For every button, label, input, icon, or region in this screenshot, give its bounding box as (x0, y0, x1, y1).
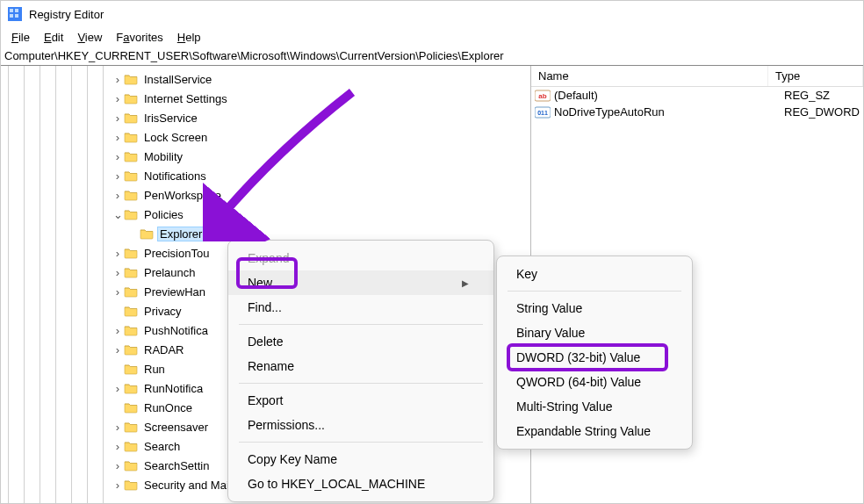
svg-rect-4 (15, 14, 18, 18)
tree-item-label: PenWorkspace (141, 188, 224, 203)
folder-icon (124, 343, 138, 356)
tree-item-label: Search (141, 439, 183, 454)
ctx-separator (239, 442, 483, 443)
tree-expander-icon[interactable]: › (112, 189, 124, 202)
submenu-dword-value[interactable]: DWORD (32-bit) Value (497, 345, 692, 370)
titlebar: Registry Editor (1, 1, 863, 27)
tree-expander-icon[interactable]: ⌄ (112, 208, 124, 221)
tree-expander-icon[interactable]: › (112, 382, 124, 395)
tree-item-label: PrecisionTou (141, 246, 212, 261)
tree-item-label: Run (141, 362, 168, 377)
tree-expander-icon[interactable]: › (112, 112, 124, 125)
ctx-rename[interactable]: Rename (228, 354, 493, 378)
tree-item-installservice[interactable]: ›InstallService (1, 69, 530, 89)
tree-expander-icon[interactable]: › (112, 73, 124, 86)
ctx-expand: Expand (228, 246, 493, 270)
tree-item-label: RunNotifica (141, 381, 205, 396)
ctx-delete[interactable]: Delete (228, 329, 493, 354)
tree-item-label: Internet Settings (141, 91, 230, 106)
list-item[interactable]: ab(Default)REG_SZ (531, 87, 863, 104)
tree-expander-icon[interactable]: › (112, 266, 124, 279)
tree-item-lock-screen[interactable]: ›Lock Screen (1, 127, 530, 147)
ctx-separator (239, 383, 483, 384)
svg-rect-2 (15, 9, 18, 12)
address-text: Computer\HKEY_CURRENT_USER\Software\Micr… (4, 49, 504, 62)
window-title: Registry Editor (29, 8, 104, 21)
submenu-separator (508, 291, 681, 292)
tree-expander-icon[interactable]: › (112, 92, 124, 105)
tree-item-label: Policies (141, 207, 186, 222)
string-value-icon: ab (535, 90, 551, 102)
ctx-copy-key-name[interactable]: Copy Key Name (228, 447, 493, 472)
menu-view[interactable]: View (70, 29, 109, 46)
folder-icon (124, 305, 138, 317)
submenu-binary-value[interactable]: Binary Value (497, 320, 692, 345)
menu-help[interactable]: Help (170, 29, 208, 46)
workarea: ›InstallService›Internet Settings›IrisSe… (1, 66, 863, 503)
tree-expander-icon[interactable]: › (112, 459, 124, 472)
tree-item-label: Notifications (141, 169, 209, 184)
submenu-expandable-string-value[interactable]: Expandable String Value (497, 419, 692, 443)
submenu-key[interactable]: Key (497, 262, 692, 286)
tree-expander-icon[interactable]: › (112, 421, 124, 434)
tree-expander-icon[interactable]: › (112, 150, 124, 163)
submenu-string-value[interactable]: String Value (497, 296, 692, 320)
tree-item-label: RunOnce (141, 400, 195, 415)
tree-item-internet-settings[interactable]: ›Internet Settings (1, 89, 530, 108)
ctx-permissions[interactable]: Permissions... (228, 413, 493, 437)
tree-item-label: SearchSettin (141, 458, 212, 473)
folder-icon (124, 92, 138, 104)
new-submenu[interactable]: Key String Value Binary Value DWORD (32-… (496, 256, 693, 450)
folder-icon (124, 440, 138, 452)
folder-icon (124, 459, 138, 472)
tree-item-label: Explorer (157, 227, 205, 241)
tree-item-label: Mobility (141, 149, 185, 164)
ctx-find[interactable]: Find... (228, 295, 493, 320)
ctx-new-label: New (248, 276, 272, 290)
folder-icon (124, 363, 138, 375)
folder-icon (124, 382, 138, 394)
tree-expander-icon[interactable]: › (112, 324, 124, 337)
list-item[interactable]: 011NoDriveTypeAutoRunREG_DWORD (531, 104, 863, 120)
value-name: NoDriveTypeAutoRun (554, 105, 784, 119)
tree-expander-icon[interactable]: › (112, 343, 124, 356)
tree-item-mobility[interactable]: ›Mobility (1, 147, 530, 166)
submenu-multi-string-value[interactable]: Multi-String Value (497, 394, 692, 419)
tree-expander-icon[interactable]: › (112, 131, 124, 144)
tree-item-notifications[interactable]: ›Notifications (1, 166, 530, 185)
svg-text:011: 011 (537, 110, 548, 116)
menu-file[interactable]: File (4, 29, 37, 46)
column-name[interactable]: Name (531, 66, 768, 86)
tree-item-policies[interactable]: ⌄Policies (1, 205, 530, 224)
value-type: REG_SZ (784, 89, 860, 102)
svg-rect-1 (10, 9, 13, 12)
tree-item-penworkspace[interactable]: ›PenWorkspace (1, 185, 530, 205)
menu-edit[interactable]: Edit (37, 29, 70, 46)
folder-icon (140, 227, 154, 240)
folder-icon (124, 150, 138, 162)
menu-favorites[interactable]: Favorites (109, 29, 169, 46)
value-name: (Default) (554, 89, 784, 102)
context-menu[interactable]: Expand New ▶ Find... Delete Rename Expor… (227, 240, 494, 502)
submenu-qword-value[interactable]: QWORD (64-bit) Value (497, 370, 692, 394)
folder-icon (124, 208, 138, 220)
ctx-new[interactable]: New ▶ (228, 270, 493, 295)
tree-item-label: Prelaunch (141, 265, 198, 280)
folder-icon (124, 73, 138, 85)
tree-expander-icon[interactable]: › (112, 285, 124, 299)
tree-expander-icon[interactable]: › (112, 247, 124, 260)
address-bar[interactable]: Computer\HKEY_CURRENT_USER\Software\Micr… (1, 47, 863, 66)
tree-item-irisservice[interactable]: ›IrisService (1, 108, 530, 127)
ctx-separator (239, 324, 483, 325)
tree-expander-icon[interactable]: › (112, 479, 124, 492)
folder-icon (124, 285, 138, 298)
ctx-goto-hklm[interactable]: Go to HKEY_LOCAL_MACHINE (228, 472, 493, 496)
folder-icon (124, 112, 138, 124)
menubar: File Edit View Favorites Help (1, 27, 863, 47)
ctx-export[interactable]: Export (228, 388, 493, 413)
tree-expander-icon[interactable]: › (112, 169, 124, 183)
tree-expander-icon[interactable]: › (112, 440, 124, 453)
values-header: Name Type (531, 66, 863, 87)
column-type[interactable]: Type (768, 66, 863, 86)
regedit-icon (8, 7, 22, 21)
